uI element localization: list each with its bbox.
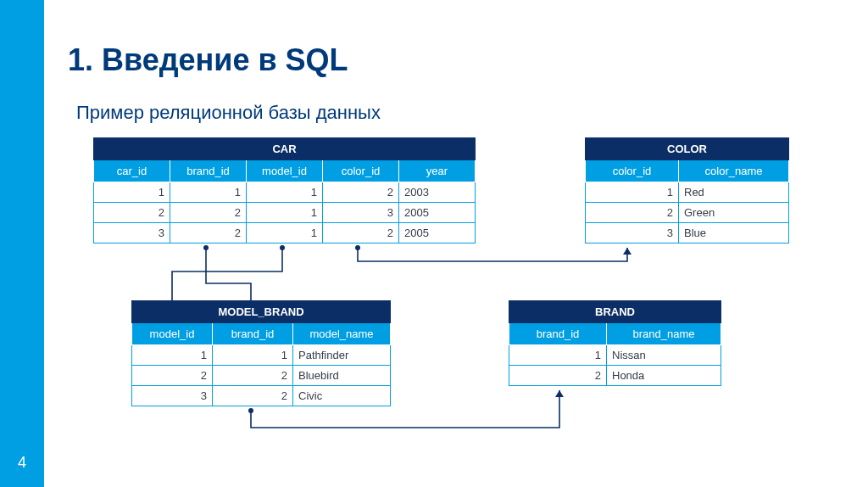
slide-subtitle: Пример реляционной базы данных	[76, 102, 843, 124]
column-header: year	[399, 160, 476, 182]
column-header: color_name	[679, 160, 789, 182]
table-title: COLOR	[586, 138, 789, 160]
cell: 2	[170, 223, 247, 244]
cell: 3	[323, 203, 399, 223]
cell: Civic	[293, 386, 391, 406]
table-row: 2 2 Bluebird	[132, 366, 391, 386]
table-row: 3 2 Civic	[132, 386, 391, 406]
cell: 2	[323, 223, 399, 244]
cell: 2	[586, 203, 679, 223]
cell: 1	[213, 345, 293, 366]
cell: 3	[94, 223, 170, 244]
svg-point-1	[280, 245, 285, 250]
slide-content: 1. Введение в SQL Пример реляционной баз…	[68, 42, 843, 443]
table-color: COLOR color_id color_name 1 Red 2 Green …	[585, 137, 789, 244]
svg-marker-6	[623, 248, 632, 255]
table-title: CAR	[94, 138, 476, 160]
svg-point-3	[248, 408, 253, 413]
cell: Honda	[607, 366, 721, 386]
cell: 2	[213, 386, 293, 406]
cell: 1	[509, 345, 607, 366]
column-header: brand_id	[509, 323, 607, 345]
column-header: brand_name	[607, 323, 721, 345]
cell: 1	[170, 182, 247, 203]
cell: 3	[132, 386, 213, 406]
table-brand: BRAND brand_id brand_name 1 Nissan 2 Hon…	[509, 300, 721, 386]
table-row: 1 1 Pathfinder	[132, 345, 391, 366]
svg-point-0	[203, 245, 209, 250]
cell: 2	[170, 203, 247, 223]
table-car: CAR car_id brand_id model_id color_id ye…	[93, 137, 476, 244]
column-header: color_id	[323, 160, 399, 182]
svg-point-2	[355, 245, 360, 250]
cell: Pathfinder	[293, 345, 391, 366]
column-header: model_id	[132, 323, 213, 345]
slide-heading: 1. Введение в SQL	[68, 42, 843, 78]
erd-canvas: CAR car_id brand_id model_id color_id ye…	[68, 137, 831, 443]
cell: 2	[323, 182, 399, 203]
cell: 2	[509, 366, 607, 386]
cell: 2003	[399, 182, 476, 203]
cell: 2005	[399, 223, 476, 244]
page-number: 4	[0, 454, 44, 472]
cell: Nissan	[607, 345, 721, 366]
column-header: car_id	[94, 160, 170, 182]
cell: 1	[247, 182, 323, 203]
table-row: 3 Blue	[586, 223, 789, 244]
table-title: BRAND	[509, 301, 721, 323]
column-header: brand_id	[170, 160, 247, 182]
table-row: 3 2 1 2 2005	[94, 223, 476, 244]
column-header: brand_id	[213, 323, 293, 345]
cell: 2	[132, 366, 213, 386]
cell: 1	[247, 203, 323, 223]
cell: Blue	[679, 223, 789, 244]
cell: Green	[679, 203, 789, 223]
table-row: 2 Green	[586, 203, 789, 223]
column-header: model_id	[247, 160, 323, 182]
table-row: 2 Honda	[509, 366, 721, 386]
table-model-brand: MODEL_BRAND model_id brand_id model_name…	[131, 300, 391, 406]
cell: 1	[247, 223, 323, 244]
cell: 1	[132, 345, 213, 366]
cell: 3	[586, 223, 679, 244]
sidebar-accent	[0, 0, 44, 487]
svg-marker-7	[555, 390, 564, 397]
table-row: 1 1 1 2 2003	[94, 182, 476, 203]
cell: 1	[586, 182, 679, 203]
column-header: model_name	[293, 323, 391, 345]
table-row: 2 2 1 3 2005	[94, 203, 476, 223]
cell: 1	[94, 182, 170, 203]
table-title: MODEL_BRAND	[132, 301, 391, 323]
cell: 2	[213, 366, 293, 386]
cell: 2005	[399, 203, 476, 223]
cell: Bluebird	[293, 366, 391, 386]
column-header: color_id	[586, 160, 679, 182]
cell: 2	[94, 203, 170, 223]
table-row: 1 Nissan	[509, 345, 721, 366]
cell: Red	[679, 182, 789, 203]
table-row: 1 Red	[586, 182, 789, 203]
